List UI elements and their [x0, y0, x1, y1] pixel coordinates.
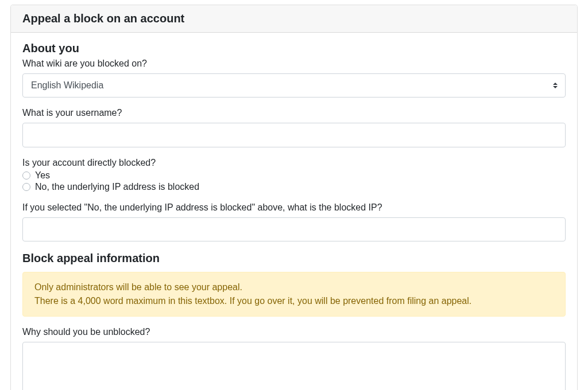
- wiki-select-wrapper: English Wikipedia: [22, 73, 566, 98]
- ip-input[interactable]: [22, 217, 566, 241]
- username-label: What is your username?: [22, 108, 566, 118]
- card-body: About you What wiki are you blocked on? …: [11, 33, 577, 390]
- ip-form-group: If you selected "No, the underlying IP a…: [22, 202, 566, 241]
- radio-no-input[interactable]: [22, 183, 30, 191]
- appeal-alert: Only administrators will be able to see …: [22, 272, 566, 317]
- username-input[interactable]: [22, 123, 566, 147]
- wiki-label: What wiki are you blocked on?: [22, 58, 566, 69]
- block-appeal-heading: Block appeal information: [22, 252, 566, 265]
- about-you-heading: About you: [22, 42, 566, 55]
- ip-label: If you selected "No, the underlying IP a…: [22, 202, 566, 213]
- radio-yes-input[interactable]: [22, 171, 30, 180]
- alert-line-2: There is a 4,000 word maximum in this te…: [34, 294, 554, 308]
- directly-blocked-group: Is your account directly blocked? Yes No…: [22, 158, 566, 192]
- page-title: Appeal a block on an account: [22, 12, 184, 25]
- radio-yes-label: Yes: [35, 170, 50, 181]
- reason-form-group: Why should you be unblocked?: [22, 327, 566, 390]
- wiki-select[interactable]: English Wikipedia: [22, 73, 566, 98]
- radio-option-no: No, the underlying IP address is blocked: [22, 182, 566, 192]
- directly-blocked-radios: Yes No, the underlying IP address is blo…: [22, 170, 566, 192]
- username-form-group: What is your username?: [22, 108, 566, 147]
- reason-textarea[interactable]: [22, 342, 566, 390]
- card-header: Appeal a block on an account: [11, 5, 577, 33]
- wiki-form-group: What wiki are you blocked on? English Wi…: [22, 58, 566, 98]
- radio-option-yes: Yes: [22, 170, 566, 181]
- reason-label: Why should you be unblocked?: [22, 327, 566, 337]
- directly-blocked-label: Is your account directly blocked?: [22, 158, 566, 168]
- radio-no-label: No, the underlying IP address is blocked: [35, 182, 199, 192]
- appeal-card: Appeal a block on an account About you W…: [10, 5, 578, 390]
- alert-line-1: Only administrators will be able to see …: [34, 280, 554, 294]
